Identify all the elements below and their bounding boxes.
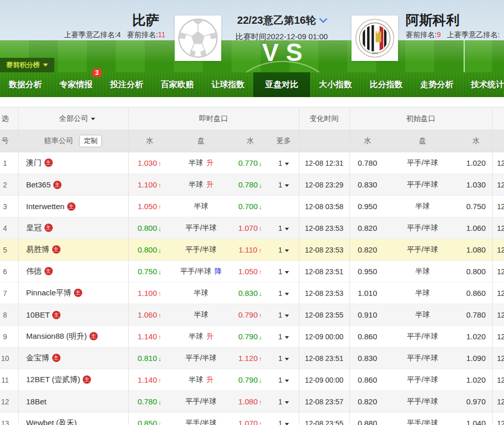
caret-down-icon	[285, 271, 289, 274]
init-handicap-cell: 平手/半球	[385, 239, 460, 261]
extra-cell: 12	[492, 348, 504, 369]
live-home-water-cell: 1.100↑	[128, 282, 171, 304]
more-dropdown[interactable]: 1	[278, 246, 289, 254]
nav-tab-6[interactable]: 大小指数	[310, 72, 361, 97]
live-home-water-value: 1.050	[138, 202, 157, 211]
handicap-change-tag: 降	[215, 267, 222, 275]
live-away-water-value: 1.050	[238, 267, 258, 276]
away-team-logo: 1898	[352, 15, 398, 61]
change-time-cell: 12-08 23:53	[299, 239, 349, 261]
more-cell: 1	[269, 152, 299, 174]
init-away-water-cell: 1.030	[460, 174, 492, 196]
more-cell: 1	[269, 304, 299, 326]
live-away-water-value: 0.790	[238, 375, 258, 384]
more-dropdown[interactable]: 1	[278, 333, 289, 341]
nav-tab-9[interactable]: 技术统计	[462, 72, 504, 97]
trend-arrow-icon: ↑	[158, 160, 162, 167]
init-handicap-cell: 平手/半球	[385, 217, 460, 239]
live-away-water-cell: 0.790↓	[232, 369, 269, 391]
more-count: 1	[278, 354, 282, 363]
live-handicap-value: 平手/半球	[186, 354, 217, 362]
change-time-cell: 12-08 23:55	[299, 304, 349, 326]
select-col-header: 选	[0, 107, 18, 130]
nav-tab-7[interactable]: 比分指数	[361, 72, 411, 97]
main-bookmaker-icon: 主	[44, 267, 53, 275]
more-count: 1	[278, 224, 282, 232]
init-away-water-cell: 1.020	[460, 326, 492, 348]
more-dropdown[interactable]: 1	[278, 181, 289, 189]
row-number: 13	[0, 413, 18, 425]
soccer-ball-icon	[177, 18, 219, 59]
odds-row: 5 易胜博主 0.800↓ 平手/半球 1.110↑ 1 12-08 23:53…	[0, 239, 504, 261]
init-home-water-cell: 0.950	[349, 261, 385, 282]
nav-tab-3[interactable]: 百家欧赔	[152, 72, 203, 97]
bookmaker-name: 澳门	[26, 158, 42, 167]
init-home-water-cell: 0.950	[349, 196, 385, 217]
init-home-water-cell: 0.820	[349, 239, 385, 261]
pre-match-standings-button[interactable]: 赛前积分榜	[0, 58, 54, 72]
live-away-water-cell: 0.700↓	[232, 196, 269, 217]
asian-handicap-table: 选 全部公司 即时盘口 变化时间 初始盘口 号 赔率公司 定制 水 盘 水 更多	[0, 107, 504, 425]
nav-tab-2[interactable]: 投注分析	[101, 72, 152, 97]
live-away-water-value: 0.780	[238, 180, 258, 189]
init-handicap-cell: 平手/半球	[385, 152, 460, 174]
nav-tab-0[interactable]: 数据分析	[0, 72, 51, 97]
trend-arrow-icon: ↓	[158, 420, 162, 425]
live-home-water-value: 0.850	[138, 419, 157, 425]
more-dropdown[interactable]: 1	[278, 267, 289, 276]
more-dropdown[interactable]: 1	[278, 419, 289, 425]
more-cell	[269, 196, 299, 217]
live-away-water-value: 0.770	[238, 159, 258, 167]
init-away-water-header: 水	[460, 130, 492, 152]
nav-tab-8[interactable]: 走势分析	[411, 72, 462, 97]
trend-arrow-icon: ↓	[158, 398, 162, 406]
more-dropdown[interactable]: 1	[278, 224, 289, 232]
live-home-water-value: 1.100	[138, 289, 157, 297]
more-dropdown[interactable]: 1	[278, 354, 289, 363]
customize-button[interactable]: 定制	[79, 135, 102, 147]
league-round-selector[interactable]: 22/23意乙第16轮	[237, 13, 326, 27]
live-handicap-value: 半球	[189, 180, 203, 188]
trend-arrow-icon: ↑	[158, 311, 162, 319]
nav-tab-4[interactable]: 让球指数	[203, 72, 253, 97]
live-home-water-cell: 0.800↓	[128, 239, 171, 261]
company-filter[interactable]: 全部公司	[18, 107, 128, 130]
nav-tab-5[interactable]: 亚盘对比	[253, 72, 310, 97]
live-handicap-value: 平手/半球	[186, 245, 217, 254]
more-dropdown[interactable]: 1	[278, 289, 289, 297]
home-team-name: 比萨	[132, 11, 159, 29]
more-cell: 1	[269, 391, 299, 413]
init-away-water-cell: 1.020	[460, 152, 492, 174]
odds-rows: 1 澳门主 1.030↑ 半球升 0.770↓ 1 12-08 12:31 0.…	[0, 152, 504, 425]
live-home-water-cell: 0.800↓	[128, 217, 171, 239]
bookmaker-name: 12BET (壹贰博)	[26, 375, 81, 384]
init-handicap-cell: 平手/半球	[385, 413, 460, 425]
odds-row: 10 金宝博主 0.810↓ 平手/半球 1.120↑ 1 12-08 23:5…	[0, 348, 504, 369]
more-dropdown[interactable]: 1	[278, 159, 289, 167]
more-dropdown[interactable]: 1	[278, 376, 289, 384]
live-handicap-cell: 半球升	[171, 152, 232, 174]
main-bookmaker-icon: 主	[89, 332, 98, 340]
live-away-water-value: 0.790	[238, 310, 258, 319]
live-away-water-cell: 1.070↑	[232, 413, 269, 425]
live-home-water-value: 0.810	[138, 354, 157, 363]
live-away-water-header: 水	[232, 130, 269, 152]
more-count: 1	[278, 267, 282, 276]
more-col-header: 更多	[269, 130, 299, 152]
init-away-water-cell: 0.780	[460, 304, 492, 326]
trend-arrow-icon: ↓	[158, 268, 162, 276]
main-bookmaker-icon: 主	[44, 159, 53, 167]
more-dropdown[interactable]: 1	[278, 311, 289, 319]
caret-down-icon	[285, 184, 289, 187]
nav-tab-label: 亚盘对比	[265, 80, 298, 89]
more-dropdown[interactable]: 1	[278, 398, 289, 406]
caret-down-icon	[285, 401, 289, 404]
more-cell: 1	[269, 326, 299, 348]
home-pre-rank-label: 赛前排名:	[127, 30, 158, 39]
extra-cell: 12	[492, 369, 504, 391]
trend-arrow-icon: ↓	[259, 203, 263, 211]
live-home-water-cell: 1.100↑	[128, 174, 171, 196]
init-home-water-cell: 1.010	[349, 282, 385, 304]
nav-tab-1[interactable]: 专家情报 3	[51, 72, 101, 97]
standings-label: 赛前积分榜	[6, 61, 40, 69]
